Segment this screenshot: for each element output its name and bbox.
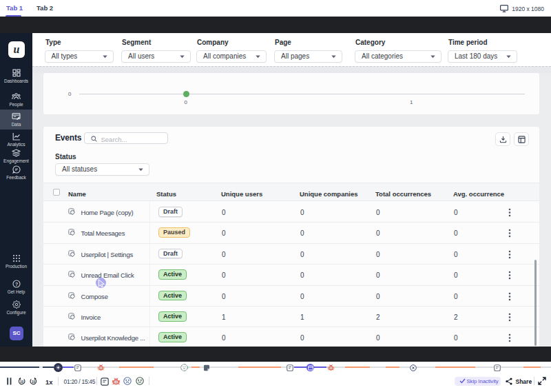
svg-text:10: 10: [20, 380, 24, 383]
svg-text:10: 10: [32, 380, 36, 383]
svg-text:?: ?: [14, 281, 18, 287]
